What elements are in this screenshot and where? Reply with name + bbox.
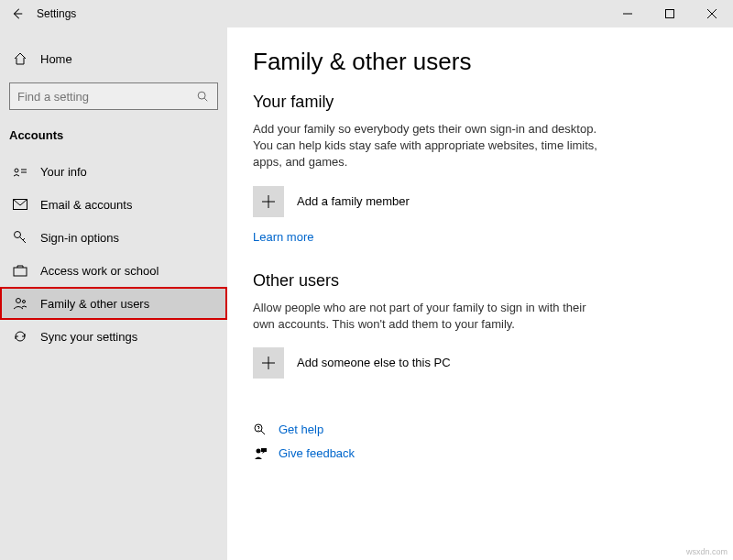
svg-point-15 <box>16 299 21 303</box>
briefcase-icon <box>13 263 27 278</box>
maximize-button[interactable] <box>649 0 691 27</box>
give-feedback-label: Give feedback <box>279 446 355 460</box>
sidebar-item-email-accounts[interactable]: Email & accounts <box>0 188 227 221</box>
family-section-title: Your family <box>253 93 707 112</box>
svg-line-6 <box>204 98 207 101</box>
nav-label: Access work or school <box>40 264 159 278</box>
back-button[interactable] <box>11 7 24 20</box>
people-icon <box>13 296 27 311</box>
svg-rect-24 <box>261 448 267 452</box>
sidebar-item-access-work-school[interactable]: Access work or school <box>0 254 227 287</box>
home-link[interactable]: Home <box>0 42 227 75</box>
search-field[interactable] <box>17 90 195 104</box>
add-family-label: Add a family member <box>297 194 410 208</box>
nav-label: Sign-in options <box>40 231 119 245</box>
add-family-member-button[interactable]: Add a family member <box>253 186 707 217</box>
search-input[interactable] <box>9 82 218 110</box>
sync-icon <box>13 329 27 344</box>
other-users-section-desc: Allow people who are not part of your fa… <box>253 300 601 333</box>
feedback-icon <box>253 446 268 461</box>
nav-label: Your info <box>40 165 87 179</box>
main-content: Family & other users Your family Add you… <box>227 27 733 560</box>
close-button[interactable] <box>691 0 733 27</box>
svg-rect-14 <box>14 268 27 276</box>
watermark: wsxdn.com <box>686 547 728 556</box>
app-title: Settings <box>37 7 76 20</box>
svg-point-7 <box>15 169 18 172</box>
nav-label: Email & accounts <box>40 198 132 212</box>
key-icon <box>13 230 27 245</box>
sidebar-item-family-other-users[interactable]: Family & other users <box>0 287 227 320</box>
nav-label: Sync your settings <box>40 330 137 344</box>
add-other-user-button[interactable]: Add someone else to this PC <box>253 347 707 379</box>
svg-point-22 <box>258 430 259 431</box>
plus-icon <box>253 186 284 217</box>
other-users-section-title: Other users <box>253 271 707 291</box>
help-icon <box>253 423 268 437</box>
titlebar: Settings <box>0 0 733 27</box>
page-title: Family & other users <box>253 48 707 76</box>
get-help-label: Get help <box>279 423 323 436</box>
home-label: Home <box>40 52 72 66</box>
plus-icon <box>253 347 284 379</box>
search-icon <box>195 89 210 104</box>
give-feedback-link[interactable]: Give feedback <box>253 446 707 461</box>
category-label: Accounts <box>0 117 227 146</box>
window-controls <box>607 0 733 27</box>
family-section-desc: Add your family so everybody gets their … <box>253 121 601 171</box>
sidebar-item-sync-settings[interactable]: Sync your settings <box>0 320 227 353</box>
svg-point-16 <box>23 301 26 303</box>
sidebar: Home Accounts Your info Email <box>0 27 227 560</box>
minimize-button[interactable] <box>607 0 649 27</box>
sidebar-item-signin-options[interactable]: Sign-in options <box>0 221 227 254</box>
svg-rect-2 <box>666 10 674 18</box>
get-help-link[interactable]: Get help <box>253 423 707 437</box>
nav-label: Family & other users <box>40 297 149 311</box>
home-icon <box>13 51 27 66</box>
add-other-label: Add someone else to this PC <box>297 356 451 369</box>
mail-icon <box>13 197 27 212</box>
sidebar-item-your-info[interactable]: Your info <box>0 155 227 188</box>
svg-point-5 <box>198 92 205 99</box>
svg-point-11 <box>15 232 21 238</box>
badge-icon <box>13 164 27 179</box>
svg-point-23 <box>257 448 261 453</box>
svg-line-13 <box>23 238 25 240</box>
learn-more-link[interactable]: Learn more <box>253 230 313 244</box>
